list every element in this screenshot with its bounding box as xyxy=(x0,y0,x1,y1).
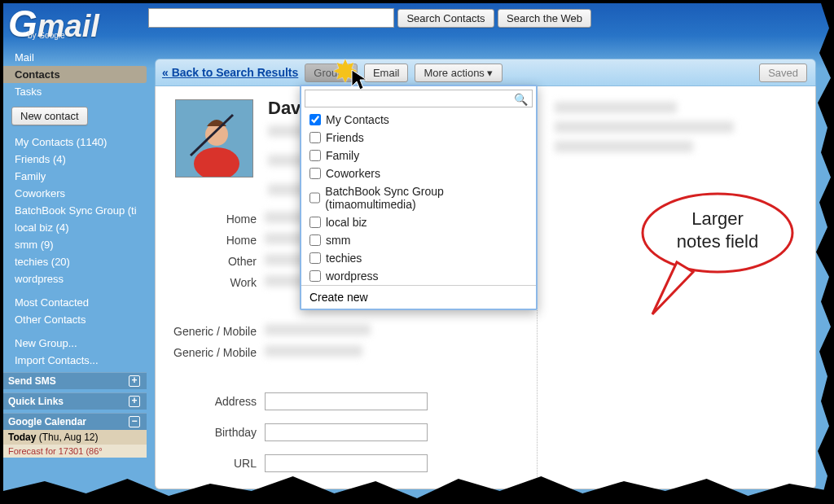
group-option[interactable]: local biz xyxy=(301,213,536,231)
cursor-icon xyxy=(350,68,370,91)
redacted xyxy=(555,121,734,133)
redacted xyxy=(265,345,362,357)
sidebar-item-mail[interactable]: Mail xyxy=(3,49,147,66)
sidebar-most-contacted[interactable]: Most Contacted xyxy=(3,294,147,311)
redacted xyxy=(265,324,371,335)
group-option[interactable]: My Contacts xyxy=(301,111,536,129)
groups-dropdown: 🔍 My Contacts Friends Family Coworkers B… xyxy=(300,85,538,310)
sidebar: Mail Contacts Tasks New contact My Conta… xyxy=(3,49,147,458)
search-web-button[interactable]: Search the Web xyxy=(498,9,591,28)
sidebar-new-group[interactable]: New Group... xyxy=(3,335,147,352)
group-checkbox[interactable] xyxy=(309,217,321,228)
toolbar: « Back to Search Results Groups Email Mo… xyxy=(155,59,816,86)
group-checkbox[interactable] xyxy=(309,114,321,125)
new-contact-button[interactable]: New contact xyxy=(11,107,88,125)
group-option[interactable]: Friends xyxy=(301,129,536,147)
group-checkbox[interactable] xyxy=(309,192,320,204)
address-input[interactable] xyxy=(265,392,428,410)
sidebar-other-contacts[interactable]: Other Contacts xyxy=(3,311,147,328)
sidebar-item-tasks[interactable]: Tasks xyxy=(3,83,147,100)
calendar-today: Today (Thu, Aug 12) xyxy=(3,430,147,445)
saved-status: Saved xyxy=(759,64,807,82)
sidebar-group[interactable]: My Contacts (1140) xyxy=(3,134,147,151)
back-to-results[interactable]: « Back to Search Results xyxy=(162,66,298,79)
sidebar-group[interactable]: smm (9) xyxy=(3,236,147,253)
field-label: Home xyxy=(156,213,265,226)
sidebar-import-contacts[interactable]: Import Contacts... xyxy=(3,352,147,369)
svg-text:Larger: Larger xyxy=(691,208,744,229)
group-checkbox[interactable] xyxy=(309,132,321,143)
callout-larger-notes: Larger notes field xyxy=(620,184,799,331)
birthday-input[interactable] xyxy=(265,423,428,441)
sidebar-group[interactable]: local biz (4) xyxy=(3,219,147,236)
search-input[interactable] xyxy=(148,8,394,28)
redacted xyxy=(555,102,677,113)
expand-icon[interactable]: + xyxy=(129,375,140,387)
calendar-forecast[interactable]: Forecast for 17301 (86° xyxy=(3,445,147,458)
sidebar-group[interactable]: Friends (4) xyxy=(3,151,147,168)
avatar[interactable] xyxy=(175,99,253,177)
group-checkbox[interactable] xyxy=(309,168,321,179)
search-icon: 🔍 xyxy=(514,93,528,106)
sidebar-group[interactable]: techies (20) xyxy=(3,253,147,270)
more-actions-button[interactable]: More actions ▾ xyxy=(415,64,502,82)
section-quick-links[interactable]: Quick Links+ xyxy=(3,392,147,410)
sidebar-group[interactable]: Family xyxy=(3,168,147,185)
field-label: Home xyxy=(156,234,265,247)
group-checkbox[interactable] xyxy=(309,252,321,264)
group-option[interactable]: Coworkers xyxy=(301,164,536,182)
sidebar-group[interactable]: BatchBook Sync Group (ti xyxy=(3,202,147,219)
group-checkbox[interactable] xyxy=(309,234,321,246)
email-button[interactable]: Email xyxy=(364,64,409,82)
field-label: Birthday xyxy=(156,426,265,439)
group-option[interactable]: Family xyxy=(301,147,536,164)
group-option[interactable]: wordpress xyxy=(301,267,536,285)
create-new-group[interactable]: Create new xyxy=(301,285,536,309)
field-label: Other xyxy=(156,255,265,268)
field-label: Work xyxy=(156,276,265,289)
contact-name[interactable]: Dav xyxy=(268,98,301,119)
search-contacts-button[interactable]: Search Contacts xyxy=(397,9,494,28)
field-label: Generic / Mobile xyxy=(156,346,265,359)
section-google-calendar[interactable]: Google Calendar− xyxy=(3,413,147,430)
field-label: Generic / Mobile xyxy=(156,325,265,338)
sidebar-item-contacts[interactable]: Contacts xyxy=(3,66,147,83)
group-checkbox[interactable] xyxy=(309,150,321,161)
svg-point-2 xyxy=(205,123,228,146)
by-google: by Google xyxy=(28,31,65,40)
redacted xyxy=(555,141,693,152)
expand-icon[interactable]: + xyxy=(129,396,140,407)
sidebar-group[interactable]: wordpress xyxy=(3,270,147,287)
field-label: URL xyxy=(156,457,265,470)
url-input[interactable] xyxy=(265,454,428,472)
group-option[interactable]: BatchBook Sync Group (timaomultimedia) xyxy=(301,182,536,213)
sidebar-group[interactable]: Coworkers xyxy=(3,185,147,202)
group-option[interactable]: techies xyxy=(301,249,536,267)
svg-text:notes field: notes field xyxy=(677,231,758,252)
group-search-input[interactable] xyxy=(305,90,533,107)
group-option[interactable]: smm xyxy=(301,231,536,249)
section-send-sms[interactable]: Send SMS+ xyxy=(3,372,147,389)
collapse-icon[interactable]: − xyxy=(129,416,140,427)
group-checkbox[interactable] xyxy=(309,270,321,282)
field-label: Address xyxy=(156,395,265,408)
